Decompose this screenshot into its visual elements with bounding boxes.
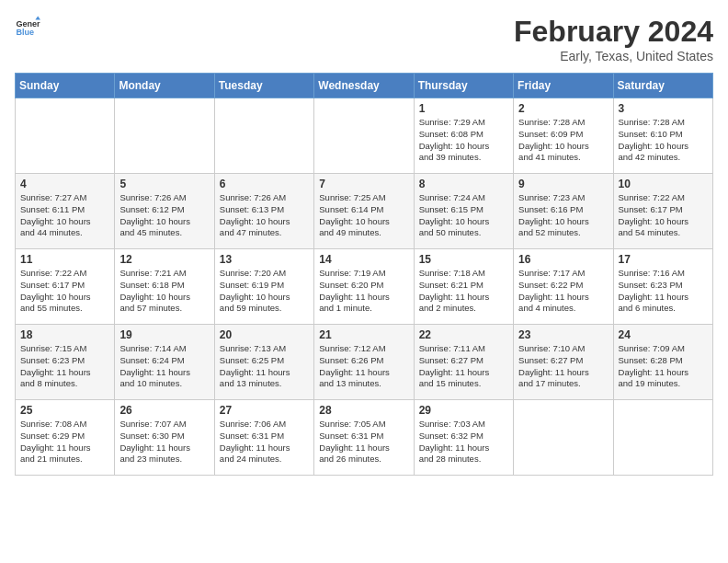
week-row-3: 11Sunrise: 7:22 AM Sunset: 6:17 PM Dayli… (16, 249, 713, 325)
day-info: Sunrise: 7:13 AM Sunset: 6:25 PM Dayligh… (220, 343, 309, 390)
svg-text:General: General (16, 19, 40, 29)
day-number: 19 (119, 328, 209, 341)
day-info: Sunrise: 7:23 AM Sunset: 6:16 PM Dayligh… (518, 192, 608, 239)
week-row-2: 4Sunrise: 7:27 AM Sunset: 6:11 PM Daylig… (16, 174, 713, 249)
day-info: Sunrise: 7:03 AM Sunset: 6:32 PM Dayligh… (419, 419, 508, 465)
day-header-friday: Friday (514, 74, 613, 98)
svg-marker-2 (35, 16, 40, 19)
calendar-cell: 20Sunrise: 7:13 AM Sunset: 6:25 PM Dayli… (214, 325, 313, 400)
day-info: Sunrise: 7:08 AM Sunset: 6:29 PM Dayligh… (20, 419, 109, 465)
calendar-cell: 10Sunrise: 7:22 AM Sunset: 6:17 PM Dayli… (613, 174, 712, 249)
day-info: Sunrise: 7:29 AM Sunset: 6:08 PM Dayligh… (419, 117, 508, 164)
week-row-1: 1Sunrise: 7:29 AM Sunset: 6:08 PM Daylig… (16, 98, 713, 174)
calendar-cell (314, 98, 414, 174)
day-info: Sunrise: 7:09 AM Sunset: 6:28 PM Dayligh… (619, 343, 708, 390)
day-number: 7 (319, 178, 408, 190)
week-row-4: 18Sunrise: 7:15 AM Sunset: 6:23 PM Dayli… (16, 325, 713, 400)
day-number: 5 (119, 178, 209, 190)
day-header-sunday: Sunday (16, 74, 115, 98)
calendar-cell: 12Sunrise: 7:21 AM Sunset: 6:18 PM Dayli… (115, 249, 214, 325)
day-header-wednesday: Wednesday (314, 74, 414, 98)
day-number: 14 (319, 253, 408, 266)
calendar-cell: 11Sunrise: 7:22 AM Sunset: 6:17 PM Dayli… (16, 249, 115, 325)
day-number: 9 (518, 178, 608, 190)
calendar-cell: 29Sunrise: 7:03 AM Sunset: 6:32 PM Dayli… (414, 400, 513, 476)
day-info: Sunrise: 7:28 AM Sunset: 6:09 PM Dayligh… (518, 117, 608, 164)
day-info: Sunrise: 7:22 AM Sunset: 6:17 PM Dayligh… (20, 268, 109, 315)
day-info: Sunrise: 7:07 AM Sunset: 6:30 PM Dayligh… (119, 419, 209, 465)
calendar-cell (16, 98, 115, 174)
calendar-cell: 8Sunrise: 7:24 AM Sunset: 6:15 PM Daylig… (414, 174, 513, 249)
calendar-cell: 14Sunrise: 7:19 AM Sunset: 6:20 PM Dayli… (314, 249, 414, 325)
day-info: Sunrise: 7:18 AM Sunset: 6:21 PM Dayligh… (419, 268, 508, 315)
day-number: 21 (319, 328, 408, 341)
day-header-tuesday: Tuesday (214, 74, 313, 98)
day-number: 23 (518, 328, 608, 341)
subtitle: Early, Texas, United States (514, 49, 713, 63)
day-info: Sunrise: 7:14 AM Sunset: 6:24 PM Dayligh… (119, 343, 209, 390)
day-number: 15 (419, 253, 508, 266)
day-number: 2 (518, 102, 608, 115)
day-number: 18 (20, 328, 109, 341)
logo: General Blue (15, 15, 40, 40)
calendar-cell: 23Sunrise: 7:10 AM Sunset: 6:27 PM Dayli… (514, 325, 613, 400)
calendar-cell: 28Sunrise: 7:05 AM Sunset: 6:31 PM Dayli… (314, 400, 414, 476)
day-info: Sunrise: 7:05 AM Sunset: 6:31 PM Dayligh… (319, 419, 408, 465)
calendar-cell (514, 400, 613, 476)
day-number: 17 (619, 253, 708, 266)
day-info: Sunrise: 7:19 AM Sunset: 6:20 PM Dayligh… (319, 268, 408, 315)
day-info: Sunrise: 7:28 AM Sunset: 6:10 PM Dayligh… (619, 117, 708, 164)
day-info: Sunrise: 7:21 AM Sunset: 6:18 PM Dayligh… (119, 268, 209, 315)
calendar-cell: 9Sunrise: 7:23 AM Sunset: 6:16 PM Daylig… (514, 174, 613, 249)
calendar-cell: 16Sunrise: 7:17 AM Sunset: 6:22 PM Dayli… (514, 249, 613, 325)
calendar-cell: 17Sunrise: 7:16 AM Sunset: 6:23 PM Dayli… (613, 249, 712, 325)
day-header-monday: Monday (115, 74, 214, 98)
day-info: Sunrise: 7:12 AM Sunset: 6:26 PM Dayligh… (319, 343, 408, 390)
calendar-cell: 21Sunrise: 7:12 AM Sunset: 6:26 PM Dayli… (314, 325, 414, 400)
calendar-header-row: SundayMondayTuesdayWednesdayThursdayFrid… (16, 74, 713, 98)
title-block: February 2024 Early, Texas, United State… (514, 15, 713, 63)
day-info: Sunrise: 7:26 AM Sunset: 6:12 PM Dayligh… (119, 192, 209, 239)
day-number: 20 (220, 328, 309, 341)
day-number: 13 (220, 253, 309, 266)
day-info: Sunrise: 7:15 AM Sunset: 6:23 PM Dayligh… (20, 343, 109, 390)
calendar-cell: 19Sunrise: 7:14 AM Sunset: 6:24 PM Dayli… (115, 325, 214, 400)
calendar-cell (613, 400, 712, 476)
day-info: Sunrise: 7:25 AM Sunset: 6:14 PM Dayligh… (319, 192, 408, 239)
day-info: Sunrise: 7:17 AM Sunset: 6:22 PM Dayligh… (518, 268, 608, 315)
day-info: Sunrise: 7:11 AM Sunset: 6:27 PM Dayligh… (419, 343, 508, 390)
header: General Blue February 2024 Early, Texas,… (15, 15, 713, 63)
calendar-cell: 1Sunrise: 7:29 AM Sunset: 6:08 PM Daylig… (414, 98, 513, 174)
day-header-saturday: Saturday (613, 74, 712, 98)
calendar-cell: 3Sunrise: 7:28 AM Sunset: 6:10 PM Daylig… (613, 98, 712, 174)
calendar-table: SundayMondayTuesdayWednesdayThursdayFrid… (15, 73, 713, 476)
calendar-body: 1Sunrise: 7:29 AM Sunset: 6:08 PM Daylig… (16, 98, 713, 476)
day-info: Sunrise: 7:27 AM Sunset: 6:11 PM Dayligh… (20, 192, 109, 239)
calendar-cell: 7Sunrise: 7:25 AM Sunset: 6:14 PM Daylig… (314, 174, 414, 249)
day-info: Sunrise: 7:06 AM Sunset: 6:31 PM Dayligh… (220, 419, 309, 465)
day-number: 26 (119, 404, 209, 417)
day-number: 11 (20, 253, 109, 266)
svg-text:Blue: Blue (16, 28, 34, 37)
main-title: February 2024 (514, 15, 713, 49)
logo-icon: General Blue (15, 15, 40, 40)
day-number: 10 (619, 178, 708, 190)
day-info: Sunrise: 7:10 AM Sunset: 6:27 PM Dayligh… (518, 343, 608, 390)
day-info: Sunrise: 7:26 AM Sunset: 6:13 PM Dayligh… (220, 192, 309, 239)
day-number: 6 (220, 178, 309, 190)
day-number: 12 (119, 253, 209, 266)
calendar-cell: 22Sunrise: 7:11 AM Sunset: 6:27 PM Dayli… (414, 325, 513, 400)
day-number: 28 (319, 404, 408, 417)
day-number: 22 (419, 328, 508, 341)
day-number: 8 (419, 178, 508, 190)
calendar-cell: 15Sunrise: 7:18 AM Sunset: 6:21 PM Dayli… (414, 249, 513, 325)
calendar-cell: 5Sunrise: 7:26 AM Sunset: 6:12 PM Daylig… (115, 174, 214, 249)
day-number: 25 (20, 404, 109, 417)
calendar-cell: 4Sunrise: 7:27 AM Sunset: 6:11 PM Daylig… (16, 174, 115, 249)
calendar-cell: 13Sunrise: 7:20 AM Sunset: 6:19 PM Dayli… (214, 249, 313, 325)
day-number: 29 (419, 404, 508, 417)
day-number: 27 (220, 404, 309, 417)
day-info: Sunrise: 7:22 AM Sunset: 6:17 PM Dayligh… (619, 192, 708, 239)
day-info: Sunrise: 7:24 AM Sunset: 6:15 PM Dayligh… (419, 192, 508, 239)
day-info: Sunrise: 7:16 AM Sunset: 6:23 PM Dayligh… (619, 268, 708, 315)
